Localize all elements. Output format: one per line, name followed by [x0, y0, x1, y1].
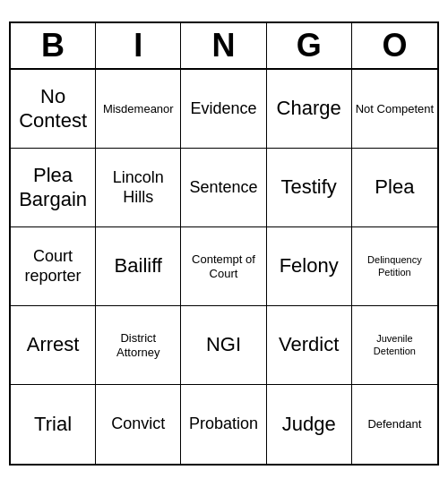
bingo-cell-12[interactable]: Contempt of Court — [181, 227, 266, 306]
bingo-cell-14[interactable]: Delinquency Petition — [352, 227, 437, 306]
cell-text-23: Judge — [282, 413, 336, 436]
cell-text-9: Plea — [375, 175, 414, 199]
cell-text-17: NGI — [206, 333, 241, 356]
header-letter-b: B — [11, 23, 96, 68]
cell-text-2: Evidence — [190, 99, 256, 119]
cell-text-6: Lincoln Hills — [99, 168, 177, 207]
cell-text-8: Testify — [281, 175, 337, 199]
cell-text-13: Felony — [280, 254, 339, 278]
cell-text-11: Bailiff — [115, 254, 162, 278]
cell-text-15: Arrest — [27, 333, 80, 356]
cell-text-3: Charge — [277, 97, 341, 120]
cell-text-16: District Attorney — [99, 331, 177, 359]
bingo-cell-19[interactable]: Juvenile Detention — [352, 306, 437, 385]
bingo-cell-18[interactable]: Verdict — [267, 306, 352, 385]
bingo-cell-0[interactable]: No Contest — [11, 70, 96, 149]
bingo-cell-17[interactable]: NGI — [181, 306, 266, 385]
bingo-cell-4[interactable]: Not Competent — [352, 70, 437, 149]
cell-text-5: Plea Bargain — [13, 164, 92, 211]
bingo-cell-1[interactable]: Misdemeanor — [96, 70, 181, 149]
header-letter-o: O — [352, 23, 437, 68]
bingo-cell-3[interactable]: Charge — [267, 70, 352, 149]
header-letter-i: I — [96, 23, 181, 68]
bingo-header: BINGO — [11, 23, 437, 70]
cell-text-22: Probation — [189, 414, 258, 434]
bingo-grid: No ContestMisdemeanorEvidenceChargeNot C… — [11, 70, 437, 464]
bingo-cell-13[interactable]: Felony — [267, 227, 352, 306]
header-letter-n: N — [181, 23, 266, 68]
cell-text-1: Misdemeanor — [103, 102, 174, 116]
cell-text-10: Court reporter — [13, 247, 92, 286]
bingo-cell-15[interactable]: Arrest — [11, 306, 96, 385]
bingo-card: BINGO No ContestMisdemeanorEvidenceCharg… — [9, 21, 439, 466]
bingo-cell-21[interactable]: Convict — [96, 385, 181, 464]
cell-text-21: Convict — [111, 414, 165, 434]
bingo-cell-20[interactable]: Trial — [11, 385, 96, 464]
bingo-cell-7[interactable]: Sentence — [181, 149, 266, 227]
cell-text-12: Contempt of Court — [184, 252, 263, 280]
cell-text-4: Not Competent — [356, 102, 434, 116]
bingo-cell-5[interactable]: Plea Bargain — [11, 149, 96, 227]
cell-text-19: Juvenile Detention — [355, 333, 435, 356]
bingo-cell-2[interactable]: Evidence — [181, 70, 266, 149]
header-letter-g: G — [267, 23, 352, 68]
bingo-cell-6[interactable]: Lincoln Hills — [96, 149, 181, 227]
cell-text-24: Defendant — [367, 417, 421, 431]
bingo-cell-8[interactable]: Testify — [267, 149, 352, 227]
cell-text-18: Verdict — [279, 333, 339, 356]
bingo-cell-24[interactable]: Defendant — [352, 385, 437, 464]
bingo-cell-9[interactable]: Plea — [352, 149, 437, 227]
cell-text-14: Delinquency Petition — [355, 254, 435, 278]
bingo-cell-11[interactable]: Bailiff — [96, 227, 181, 306]
bingo-cell-16[interactable]: District Attorney — [96, 306, 181, 385]
cell-text-7: Sentence — [189, 178, 257, 198]
bingo-cell-22[interactable]: Probation — [181, 385, 266, 464]
cell-text-20: Trial — [34, 413, 72, 436]
bingo-cell-23[interactable]: Judge — [267, 385, 352, 464]
bingo-cell-10[interactable]: Court reporter — [11, 227, 96, 306]
cell-text-0: No Contest — [13, 85, 92, 132]
